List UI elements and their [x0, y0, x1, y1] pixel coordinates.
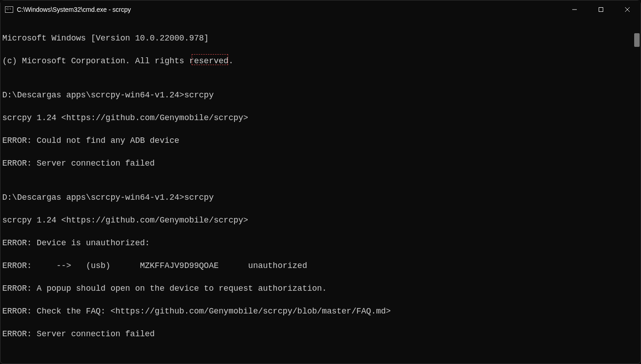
maximize-icon [598, 7, 604, 12]
terminal-line: ERROR: Server connection failed [2, 158, 641, 169]
terminal-window: C:\ C:\Windows\System32\cmd.exe - scrcpy… [0, 0, 641, 364]
minimize-icon [572, 7, 577, 12]
terminal-line: ERROR: --> (usb) MZKFFAJV9D99QOAE unauth… [2, 260, 641, 272]
svg-rect-1 [599, 8, 603, 12]
close-button[interactable] [614, 0, 641, 19]
maximize-button[interactable] [588, 0, 614, 19]
titlebar[interactable]: C:\ C:\Windows\System32\cmd.exe - scrcpy [0, 0, 641, 19]
cmd-icon: C:\ [5, 6, 13, 13]
terminal-line: Microsoft Windows [Version 10.0.22000.97… [2, 33, 641, 44]
terminal-line: ERROR: A popup should open on the device… [2, 283, 641, 294]
terminal-content[interactable]: Microsoft Windows [Version 10.0.22000.97… [0, 19, 641, 364]
minimize-button[interactable] [561, 0, 588, 19]
close-icon [625, 7, 630, 12]
terminal-line: ERROR: Could not find any ADB device [2, 135, 641, 147]
terminal-line: scrcpy 1.24 <https://github.com/Genymobi… [2, 112, 641, 124]
terminal-line: ERROR: Server connection failed [2, 329, 641, 340]
terminal-line: D:\Descargas apps\scrcpy-win64-v1.24>scr… [2, 192, 641, 203]
terminal-line: D:\Descargas apps\scrcpy-win64-v1.24>scr… [2, 90, 641, 101]
scrollbar-thumb[interactable] [634, 33, 640, 47]
terminal-line: scrcpy 1.24 <https://github.com/Genymobi… [2, 215, 641, 226]
terminal-line: ERROR: Device is unauthorized: [2, 238, 641, 249]
window-title: C:\Windows\System32\cmd.exe - scrcpy [17, 6, 561, 13]
window-controls [561, 0, 641, 19]
scrollbar[interactable] [633, 20, 640, 356]
terminal-line: ERROR: Check the FAQ: <https://github.co… [2, 306, 641, 317]
terminal-line: (c) Microsoft Corporation. All rights re… [2, 56, 641, 67]
